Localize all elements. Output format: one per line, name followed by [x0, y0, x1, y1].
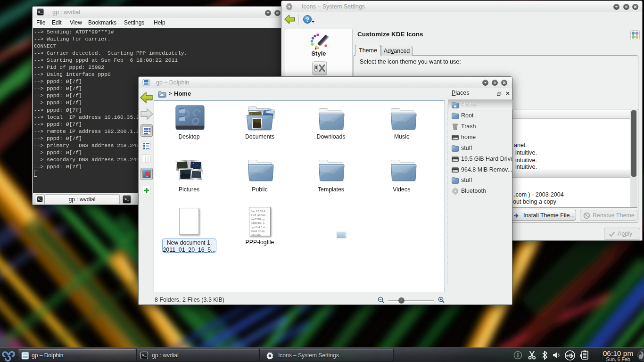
svg-text:?: ?: [305, 16, 309, 23]
